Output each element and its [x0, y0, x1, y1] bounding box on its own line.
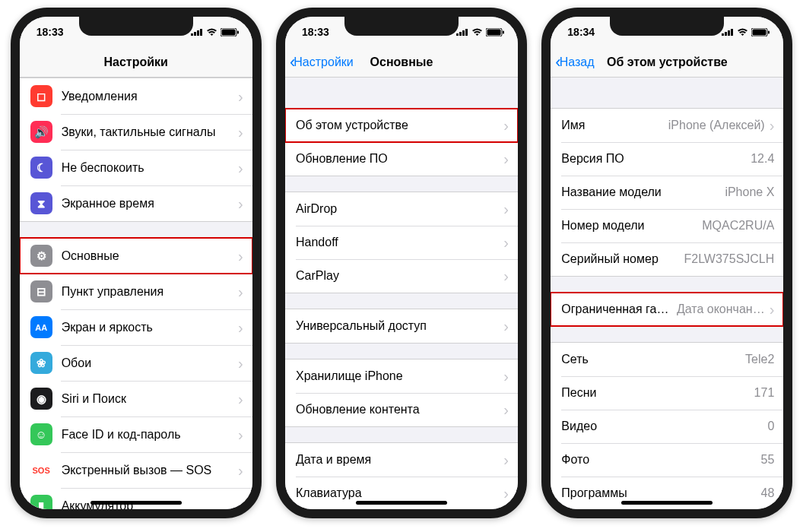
row-value: 171: [754, 386, 775, 400]
row-label: Хранилище iPhone: [296, 369, 499, 383]
settings-row[interactable]: СетьTele2: [551, 343, 783, 376]
settings-row[interactable]: Хранилище iPhone›: [285, 359, 518, 393]
settings-row[interactable]: Обновление ПО›: [285, 142, 518, 176]
chevron-right-icon: ›: [238, 391, 243, 407]
settings-row[interactable]: AirDrop›: [285, 192, 518, 226]
settings-row[interactable]: ⧗Экранное время›: [20, 185, 252, 221]
settings-row[interactable]: ⚙Основные›: [20, 238, 252, 274]
list-group: ИмяiPhone (Алексей)›Версия ПО12.4Названи…: [551, 108, 783, 277]
signal-icon: [191, 28, 203, 36]
row-value: 48: [761, 486, 775, 500]
svg-rect-8: [459, 32, 462, 36]
row-value: iPhone X: [725, 185, 774, 199]
row-value: 12.4: [751, 152, 774, 166]
chevron-right-icon: ›: [503, 369, 509, 384]
settings-row[interactable]: ☺Face ID и код-пароль›: [20, 416, 252, 452]
settings-row[interactable]: Обновление контента›: [285, 393, 518, 426]
chevron-right-icon: ›: [503, 318, 509, 334]
list-group: Дата и время›Клавиатура›Язык и регион›Сл…: [285, 442, 518, 509]
settings-row[interactable]: Handoff›: [285, 226, 518, 259]
battery-icon: ▮: [30, 495, 52, 509]
row-label: Номер модели: [561, 219, 696, 233]
row-value: 0: [767, 420, 774, 433]
nav-title: Основные: [370, 55, 433, 69]
settings-row[interactable]: Ограниченная гарантияДата окончан…›: [551, 293, 783, 326]
row-label: Песни: [561, 386, 747, 400]
nav-back-label: Настройки: [294, 55, 353, 69]
home-indicator[interactable]: [90, 501, 182, 505]
chevron-right-icon: ›: [238, 160, 243, 176]
home-indicator[interactable]: [621, 501, 713, 505]
status-time: 18:33: [36, 26, 75, 38]
svg-rect-17: [731, 29, 733, 36]
settings-row[interactable]: ☾Не беспокоить›: [20, 150, 252, 185]
row-label: Клавиатура: [296, 486, 499, 500]
row-label: Face ID и код-пароль: [62, 428, 233, 442]
row-label: Экран и яркость: [62, 321, 233, 334]
settings-row[interactable]: Видео0: [551, 410, 783, 443]
svg-rect-3: [200, 29, 202, 36]
status-indicators: [722, 28, 770, 36]
settings-row[interactable]: Серийный номерF2LW375SJCLH: [551, 242, 783, 276]
settings-row[interactable]: Фото55: [551, 443, 783, 477]
settings-row[interactable]: Версия ПО12.4: [551, 142, 783, 176]
list-group: Универсальный доступ›: [285, 309, 518, 344]
row-label: Обновление контента: [296, 403, 499, 416]
battery-icon: [221, 28, 239, 36]
scroll-area[interactable]: Об этом устройстве›Обновление ПО›AirDrop…: [285, 78, 518, 509]
nav-title: Об этом устройстве: [607, 55, 728, 69]
siri-icon: ◉: [30, 388, 52, 410]
list-group: ◻Уведомления›🔊Звуки, тактильные сигналы›…: [20, 78, 252, 222]
row-label: Не беспокоить: [62, 161, 233, 175]
status-time: 18:33: [302, 26, 340, 38]
settings-row[interactable]: Универсальный доступ›: [285, 309, 518, 343]
settings-row[interactable]: SOSЭкстренный вызов — SOS›: [20, 452, 252, 488]
svg-rect-20: [768, 30, 770, 33]
settings-row[interactable]: Об этом устройстве›: [285, 109, 518, 142]
settings-row[interactable]: CarPlay›: [285, 259, 518, 293]
scroll-area[interactable]: ИмяiPhone (Алексей)›Версия ПО12.4Названи…: [551, 78, 783, 509]
settings-row[interactable]: ⊟Пункт управления›: [20, 274, 252, 309]
row-label: Видео: [561, 420, 761, 433]
settings-row[interactable]: ◉Siri и Поиск›: [20, 381, 252, 416]
settings-row[interactable]: ◻Уведомления›: [20, 78, 252, 114]
settings-row[interactable]: Номер моделиMQAC2RU/A: [551, 209, 783, 242]
hourglass-icon: ⧗: [30, 192, 52, 214]
settings-row[interactable]: Песни171: [551, 376, 783, 410]
nav-back[interactable]: ‹ Настройки: [290, 47, 354, 77]
settings-row[interactable]: ❀Обои›: [20, 345, 252, 381]
settings-row[interactable]: Дата и время›: [285, 443, 518, 477]
row-label: AirDrop: [296, 202, 499, 216]
chevron-right-icon: ›: [503, 235, 509, 250]
chevron-right-icon: ›: [238, 284, 243, 299]
nav-back-label: Назад: [560, 55, 595, 69]
chevron-right-icon: ›: [238, 196, 243, 211]
notch: [79, 16, 193, 36]
moon-icon: ☾: [30, 157, 52, 179]
home-indicator[interactable]: [356, 501, 447, 505]
list-group: ⚙Основные›⊟Пункт управления›AAЭкран и яр…: [20, 237, 252, 509]
row-value: Tele2: [745, 353, 774, 366]
chevron-right-icon: ›: [770, 118, 775, 133]
notch: [610, 16, 724, 36]
row-label: Об этом устройстве: [296, 119, 499, 132]
list-group: Хранилище iPhone›Обновление контента›: [285, 359, 518, 427]
chevron-right-icon: ›: [238, 463, 243, 478]
chevron-right-icon: ›: [503, 118, 509, 133]
chevron-right-icon: ›: [503, 486, 509, 501]
settings-row[interactable]: Название моделиiPhone X: [551, 176, 783, 209]
settings-row[interactable]: ▮Аккумулятор›: [20, 488, 252, 509]
settings-row[interactable]: 🔊Звуки, тактильные сигналы›: [20, 114, 252, 150]
svg-rect-0: [191, 33, 193, 36]
row-label: Siri и Поиск: [62, 392, 233, 406]
nav-back[interactable]: ‹ Назад: [555, 47, 594, 77]
settings-row[interactable]: AAЭкран и яркость›: [20, 309, 252, 345]
wifi-icon: [737, 28, 748, 36]
speaker-icon: 🔊: [30, 121, 52, 143]
chevron-right-icon: ›: [503, 151, 509, 166]
settings-row[interactable]: ИмяiPhone (Алексей)›: [551, 109, 783, 142]
scroll-area[interactable]: ◻Уведомления›🔊Звуки, тактильные сигналы›…: [20, 78, 252, 509]
row-value: 55: [761, 453, 775, 467]
chevron-right-icon: ›: [238, 249, 243, 264]
row-label: Ограниченная гарантия: [561, 302, 671, 316]
